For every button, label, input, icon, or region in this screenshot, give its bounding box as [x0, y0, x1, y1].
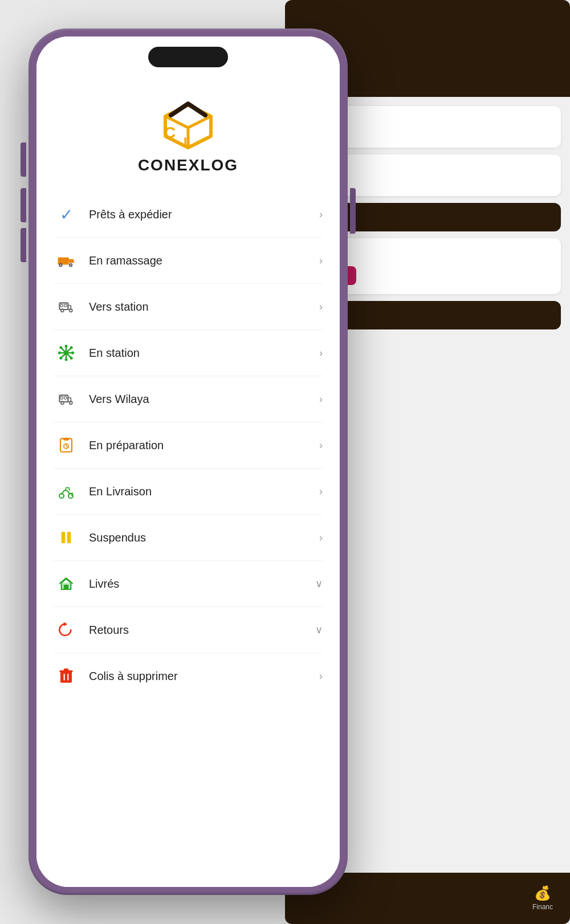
menu-item-vers-station[interactable]: Vers station ›: [54, 284, 323, 330]
chevron-right-supprimer: ›: [319, 670, 323, 682]
menu-label-en-station: En station: [89, 347, 319, 360]
menu-item-ramassage[interactable]: En ramassage ›: [54, 238, 323, 284]
check-icon: ✓: [54, 202, 79, 227]
menu-item-vers-wilaya[interactable]: Vers Wilaya ›: [54, 376, 323, 422]
menu-label-retours: Retours: [89, 624, 315, 637]
home-icon: [54, 571, 79, 596]
prep-icon: [54, 433, 79, 458]
menu-label-vers-station: Vers station: [89, 300, 319, 314]
chevron-down-livres: ∨: [315, 577, 323, 590]
return-icon: [54, 617, 79, 642]
chevron-right-vers-station: ›: [319, 301, 323, 313]
finance-icon: 💰: [532, 885, 553, 901]
chevron-down-retours: ∨: [315, 624, 323, 636]
phone-frame: C L CONEXLOG ✓ Prêts à expédier ›: [28, 29, 348, 895]
svg-line-2: [188, 116, 211, 128]
svg-rect-42: [60, 671, 72, 683]
finance-label: Financ: [532, 903, 553, 911]
logo-section: C L CONEXLOG: [36, 76, 340, 186]
svg-point-24: [71, 352, 74, 355]
menu-label-prets: Prêts à expédier: [89, 208, 319, 221]
menu-label-livraison: En Livraison: [89, 485, 319, 498]
logo-svg: C L: [154, 93, 222, 150]
menu-item-livraison[interactable]: En Livraison ›: [54, 469, 323, 515]
chevron-right-ramassage: ›: [319, 255, 323, 267]
chevron-right-en-station: ›: [319, 347, 323, 359]
svg-point-23: [58, 352, 61, 355]
svg-rect-6: [58, 257, 69, 264]
svg-rect-30: [60, 397, 63, 399]
svg-rect-12: [60, 304, 63, 307]
menu-item-preparation[interactable]: En préparation ›: [54, 422, 323, 469]
menu-item-prets[interactable]: ✓ Prêts à expédier ›: [54, 192, 323, 238]
svg-point-26: [70, 357, 73, 360]
svg-rect-13: [64, 304, 67, 307]
svg-point-21: [65, 345, 68, 348]
chevron-right-livraison: ›: [319, 486, 323, 498]
svg-point-28: [59, 357, 62, 360]
menu-label-preparation: En préparation: [89, 439, 319, 452]
hub-icon: [54, 340, 79, 365]
svg-point-27: [70, 346, 73, 349]
chevron-right-preparation: ›: [319, 439, 323, 451]
chevron-right-prets: ›: [319, 209, 323, 221]
menu-item-retours[interactable]: Retours ∨: [54, 607, 323, 653]
svg-rect-39: [62, 532, 66, 543]
menu-item-livres[interactable]: Livrés ∨: [54, 561, 323, 607]
finance-item: 💰 Financ: [532, 885, 553, 911]
menu-label-livres: Livrés: [89, 577, 315, 591]
menu-label-ramassage: En ramassage: [89, 254, 319, 267]
svg-rect-31: [64, 397, 67, 399]
truck-icon: [54, 248, 79, 273]
menu-item-en-station[interactable]: En station ›: [54, 330, 323, 376]
chevron-right-suspendus: ›: [319, 532, 323, 544]
pause-icon: [54, 525, 79, 550]
svg-point-8: [60, 264, 62, 266]
menu-label-supprimer: Colis à supprimer: [89, 670, 319, 683]
svg-rect-46: [64, 669, 68, 671]
delete-icon: [54, 664, 79, 689]
vers-wilaya-icon: [54, 386, 79, 412]
delivery-icon: [54, 479, 79, 504]
svg-rect-35: [63, 438, 69, 441]
vers-station-icon: [54, 294, 79, 319]
menu-label-vers-wilaya: Vers Wilaya: [89, 393, 319, 406]
menu-label-suspendus: Suspendus: [89, 531, 319, 544]
menu-item-suspendus[interactable]: Suspendus ›: [54, 515, 323, 561]
logo-text: CONEXLOG: [138, 156, 238, 174]
svg-point-10: [70, 264, 71, 266]
svg-point-33: [61, 401, 64, 404]
dynamic-island: [148, 47, 228, 67]
svg-rect-40: [67, 532, 71, 543]
svg-point-32: [70, 401, 72, 404]
svg-point-14: [70, 309, 72, 312]
scene: 2024 -- vré -- etour 2024 📍 Retours 2024: [0, 0, 570, 924]
svg-text:C: C: [164, 124, 176, 141]
svg-text:L: L: [184, 135, 191, 149]
phone-screen: C L CONEXLOG ✓ Prêts à expédier ›: [36, 36, 340, 887]
svg-point-25: [59, 346, 62, 349]
svg-point-15: [61, 309, 64, 312]
menu-list: ✓ Prêts à expédier ›: [36, 186, 340, 705]
app-content: C L CONEXLOG ✓ Prêts à expédier ›: [36, 36, 340, 887]
svg-point-22: [65, 358, 68, 361]
svg-rect-41: [64, 585, 68, 589]
menu-item-supprimer[interactable]: Colis à supprimer ›: [54, 653, 323, 699]
chevron-right-vers-wilaya: ›: [319, 393, 323, 405]
